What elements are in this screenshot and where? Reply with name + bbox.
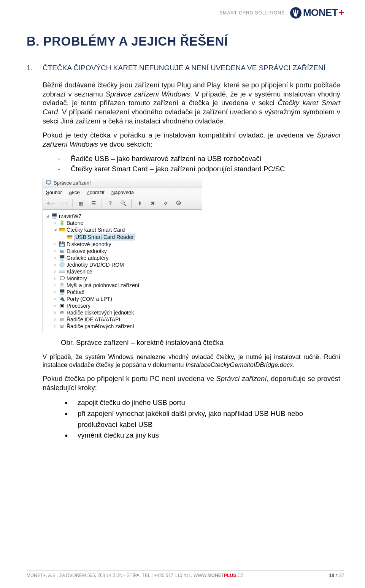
controller-icon: ⎚ xyxy=(59,316,65,322)
header-tagline: SMART CARD SOLUTIONS xyxy=(219,10,285,16)
logo-text: MONET xyxy=(303,7,338,19)
display-adapter-icon: 🖥️ xyxy=(59,255,65,261)
tree-item-mice[interactable]: ▷🖱️Myši a jiná polohovací zařízení xyxy=(45,282,200,289)
tree-item-usb-smartcard-reader[interactable]: 💳USB Smart Card Reader xyxy=(45,233,200,241)
tree-item-smartcard-readers[interactable]: ◢💳Čtečky karet Smart Card xyxy=(45,226,200,233)
view-button[interactable]: ☰ xyxy=(89,199,98,208)
port-icon: 🔌 xyxy=(59,296,65,302)
subsection-number: 1. xyxy=(27,64,36,72)
enable-button[interactable]: ⭗ xyxy=(174,199,184,208)
scan-button[interactable]: 🔍 xyxy=(118,199,128,208)
paragraph-2: Pokud je tedy čtečka v pořádku a je inst… xyxy=(43,131,340,149)
device-tree: ◢ 🖥️ rzavirtW7 ▷🔋Baterie ◢💳Čtečky karet … xyxy=(43,210,202,333)
list-item: ●zapojit čtečku do jiného USB portu xyxy=(65,397,340,408)
dvd-icon: 💿 xyxy=(59,262,65,268)
bullet-icon: ● xyxy=(65,397,78,408)
svg-rect-1 xyxy=(47,182,51,183)
tree-item-disk-drives[interactable]: ▷🖴Diskové jednotky xyxy=(45,248,200,254)
paragraph-4: Pokud čtečka po připojení k portu PC nen… xyxy=(43,374,340,392)
tree-item-computer[interactable]: ▷🖥️Počítač xyxy=(45,289,200,296)
disk-icon: 🖴 xyxy=(59,248,65,254)
tree-item-battery[interactable]: ▷🔋Baterie xyxy=(45,220,200,226)
update-driver-button[interactable]: ⬆ xyxy=(135,199,145,208)
tree-item-processors[interactable]: ▷▣Procesory xyxy=(45,302,200,309)
menu-bar: SSouboroubor Akce Zobrazit Nápověda xyxy=(43,188,202,197)
properties-button[interactable]: ▦ xyxy=(76,199,86,208)
disable-button[interactable]: ⭘ xyxy=(161,199,171,208)
tree-root[interactable]: ◢ 🖥️ rzavirtW7 xyxy=(45,213,200,220)
window-title: Správce zařízení xyxy=(54,180,91,186)
list-item: -Čtečky karet Smart Card – jako zařízení… xyxy=(58,164,340,174)
tree-item-ports[interactable]: ▷🔌Porty (COM a LPT) xyxy=(45,296,200,302)
window-titlebar: Správce zařízení xyxy=(43,178,202,188)
uninstall-button[interactable]: ✖ xyxy=(148,199,158,208)
device-manager-icon xyxy=(46,180,51,185)
mouse-icon: 🖱️ xyxy=(59,282,65,288)
floppy-icon: 💾 xyxy=(59,241,65,247)
bullet-list: ●zapojit čtečku do jiného USB portu ●při… xyxy=(65,397,340,441)
footer-address: MONET+, A.S., ZA DVOREM 505, 763 14 ZLÍN… xyxy=(27,573,243,578)
page-header: SMART CARD SOLUTIONS MONET+ xyxy=(219,7,344,19)
subsection-title: ČTEČKA ČIPOVÝCH KARET NEFUNGUJE A NENÍ U… xyxy=(43,64,325,72)
logo-plus: + xyxy=(338,7,344,19)
figure-caption: Obr. Správce zařízení – korektně instalo… xyxy=(61,338,340,347)
keyboard-icon: ⌨️ xyxy=(59,269,65,275)
tree-item-floppy-drives[interactable]: ▷💾Disketové jednotky xyxy=(45,241,200,248)
separator-icon xyxy=(131,199,132,207)
device-manager-window: Správce zařízení SSouboroubor Akce Zobra… xyxy=(43,178,202,333)
tree-item-floppy-controllers[interactable]: ▷⎚Řadiče disketových jednotek xyxy=(45,309,200,316)
dash-list: -Řadiče USB – jako hardwarové zařízení n… xyxy=(58,154,340,174)
tree-item-display-adapters[interactable]: ▷🖥️Grafické adaptéry xyxy=(45,254,200,261)
tree-item-monitors[interactable]: ▷🖵Monitory xyxy=(45,275,200,282)
menu-view[interactable]: Zobrazit xyxy=(87,190,105,195)
logo-badge-icon xyxy=(290,7,302,19)
tree-item-dvd-drives[interactable]: ▷💿Jednotky DVD/CD-ROM xyxy=(45,261,200,268)
section-heading: B. PROBLÉMY A JEJICH ŘEŠENÍ xyxy=(27,34,340,49)
separator-icon xyxy=(102,199,102,207)
page-content: B. PROBLÉMY A JEJICH ŘEŠENÍ 1. ČTEČKA ČI… xyxy=(27,34,340,441)
logo: MONET+ xyxy=(290,7,344,19)
toolbar: ⟸ ⟹ ▦ ☰ ? 🔍 ⬆ ✖ ⭘ ⭗ xyxy=(43,197,202,210)
nav-forward-button[interactable]: ⟹ xyxy=(59,199,69,208)
card-reader-icon: 💳 xyxy=(59,227,65,233)
tree-item-ide-controllers[interactable]: ▷⎚Řadiče IDE ATA/ATAPI xyxy=(45,316,200,323)
paragraph-3: V případě, že systém Windows nenalezne v… xyxy=(43,353,340,369)
paragraph-1: Běžně dodávané čtečky jsou zařízení typu… xyxy=(43,81,340,125)
card-reader-icon: 💳 xyxy=(67,234,73,240)
menu-help[interactable]: Nápověda xyxy=(111,190,134,195)
bullet-icon: ● xyxy=(65,430,78,441)
cpu-icon: ▣ xyxy=(59,303,65,309)
menu-action[interactable]: Akce xyxy=(69,190,80,195)
page-footer: MONET+, A.S., ZA DVOREM 505, 763 14 ZLÍN… xyxy=(27,570,344,578)
controller-icon: ⎚ xyxy=(59,310,65,316)
controller-icon: ⎚ xyxy=(59,323,65,329)
bullet-icon: ● xyxy=(65,408,78,419)
svg-rect-2 xyxy=(48,185,49,185)
computer-icon: 🖥️ xyxy=(51,213,57,219)
list-item: ●vyměnit čtečku za jiný kus xyxy=(65,430,340,441)
tree-item-storage-controllers[interactable]: ▷⎚Řadiče paměťových zařízení xyxy=(45,323,200,330)
subsection-heading: 1. ČTEČKA ČIPOVÝCH KARET NEFUNGUJE A NEN… xyxy=(27,64,340,72)
nav-back-button[interactable]: ⟸ xyxy=(46,199,56,208)
pc-icon: 🖥️ xyxy=(59,289,65,295)
separator-icon xyxy=(72,199,73,207)
help-button[interactable]: ? xyxy=(105,199,115,208)
tree-item-keyboards[interactable]: ▷⌨️Klávesnice xyxy=(45,268,200,275)
page-number: 18 z 37 xyxy=(329,573,344,578)
monitor-icon: 🖵 xyxy=(59,275,65,281)
list-item: -Řadiče USB – jako hardwarové zařízení n… xyxy=(58,154,340,164)
list-item: ●při zapojení vynechat jakékoli další pr… xyxy=(65,408,340,430)
battery-icon: 🔋 xyxy=(59,220,65,226)
menu-file[interactable]: SSouboroubor xyxy=(46,190,62,195)
